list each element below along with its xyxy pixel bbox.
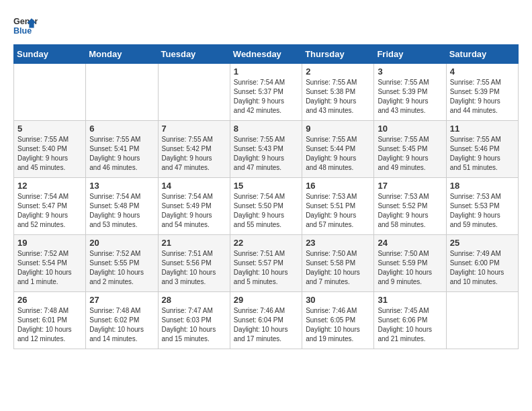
calendar-cell: 3Sunrise: 7:55 AM Sunset: 5:39 PM Daylig… (374, 64, 446, 121)
page-header: General Blue (13, 13, 519, 38)
day-info: Sunrise: 7:55 AM Sunset: 5:41 PM Dayligh… (89, 135, 154, 173)
day-info: Sunrise: 7:55 AM Sunset: 5:42 PM Dayligh… (162, 135, 226, 173)
calendar-cell: 2Sunrise: 7:55 AM Sunset: 5:38 PM Daylig… (302, 64, 374, 121)
day-number: 16 (306, 181, 370, 191)
day-info: Sunrise: 7:45 AM Sunset: 6:06 PM Dayligh… (378, 306, 442, 344)
calendar-cell: 15Sunrise: 7:54 AM Sunset: 5:50 PM Dayli… (230, 178, 302, 235)
weekday-header-monday: Monday (86, 45, 158, 64)
calendar-cell: 18Sunrise: 7:53 AM Sunset: 5:53 PM Dayli… (446, 178, 518, 235)
day-number: 30 (306, 295, 370, 305)
day-info: Sunrise: 7:55 AM Sunset: 5:38 PM Dayligh… (306, 78, 370, 116)
day-number: 15 (234, 181, 298, 191)
day-number: 20 (89, 238, 154, 248)
calendar-cell: 11Sunrise: 7:55 AM Sunset: 5:46 PM Dayli… (446, 121, 518, 178)
calendar-cell: 22Sunrise: 7:51 AM Sunset: 5:57 PM Dayli… (230, 235, 302, 292)
day-number: 1 (234, 66, 298, 77)
day-info: Sunrise: 7:52 AM Sunset: 5:54 PM Dayligh… (17, 249, 82, 287)
weekday-header-tuesday: Tuesday (158, 45, 230, 64)
day-info: Sunrise: 7:48 AM Sunset: 6:01 PM Dayligh… (17, 306, 82, 344)
day-number: 8 (234, 124, 298, 134)
day-number: 12 (17, 181, 82, 191)
calendar-cell: 13Sunrise: 7:54 AM Sunset: 5:48 PM Dayli… (86, 178, 158, 235)
day-number: 4 (450, 66, 515, 77)
day-number: 14 (162, 181, 226, 191)
calendar-cell: 28Sunrise: 7:47 AM Sunset: 6:03 PM Dayli… (158, 292, 230, 349)
calendar-cell: 14Sunrise: 7:54 AM Sunset: 5:49 PM Dayli… (158, 178, 230, 235)
day-info: Sunrise: 7:54 AM Sunset: 5:47 PM Dayligh… (17, 192, 82, 230)
calendar-table: SundayMondayTuesdayWednesdayThursdayFrid… (13, 44, 519, 349)
day-info: Sunrise: 7:46 AM Sunset: 6:04 PM Dayligh… (234, 306, 298, 344)
calendar-cell: 16Sunrise: 7:53 AM Sunset: 5:51 PM Dayli… (302, 178, 374, 235)
calendar-cell (446, 292, 518, 349)
day-info: Sunrise: 7:54 AM Sunset: 5:50 PM Dayligh… (234, 192, 298, 230)
calendar-cell: 17Sunrise: 7:53 AM Sunset: 5:52 PM Dayli… (374, 178, 446, 235)
calendar-cell: 29Sunrise: 7:46 AM Sunset: 6:04 PM Dayli… (230, 292, 302, 349)
calendar-cell (158, 64, 230, 121)
day-info: Sunrise: 7:55 AM Sunset: 5:46 PM Dayligh… (450, 135, 515, 173)
calendar-week-1: 1Sunrise: 7:54 AM Sunset: 5:37 PM Daylig… (14, 64, 519, 121)
day-info: Sunrise: 7:54 AM Sunset: 5:37 PM Dayligh… (234, 78, 298, 116)
weekday-header-sunday: Sunday (14, 45, 86, 64)
calendar-cell: 10Sunrise: 7:55 AM Sunset: 5:45 PM Dayli… (374, 121, 446, 178)
weekday-header-friday: Friday (374, 45, 446, 64)
calendar-cell: 1Sunrise: 7:54 AM Sunset: 5:37 PM Daylig… (230, 64, 302, 121)
day-info: Sunrise: 7:55 AM Sunset: 5:40 PM Dayligh… (17, 135, 82, 173)
day-info: Sunrise: 7:55 AM Sunset: 5:39 PM Dayligh… (378, 78, 442, 116)
calendar-cell: 30Sunrise: 7:46 AM Sunset: 6:05 PM Dayli… (302, 292, 374, 349)
day-info: Sunrise: 7:53 AM Sunset: 5:52 PM Dayligh… (378, 192, 442, 230)
calendar-cell: 21Sunrise: 7:51 AM Sunset: 5:56 PM Dayli… (158, 235, 230, 292)
calendar-week-2: 5Sunrise: 7:55 AM Sunset: 5:40 PM Daylig… (14, 121, 519, 178)
day-info: Sunrise: 7:51 AM Sunset: 5:56 PM Dayligh… (162, 249, 226, 287)
calendar-week-5: 26Sunrise: 7:48 AM Sunset: 6:01 PM Dayli… (14, 292, 519, 349)
day-number: 26 (17, 295, 82, 305)
svg-text:Blue: Blue (13, 26, 32, 36)
day-number: 31 (378, 295, 442, 305)
day-number: 3 (378, 66, 442, 77)
calendar-cell: 23Sunrise: 7:50 AM Sunset: 5:58 PM Dayli… (302, 235, 374, 292)
calendar-header-row: SundayMondayTuesdayWednesdayThursdayFrid… (14, 45, 519, 64)
day-number: 24 (378, 238, 442, 248)
day-number: 9 (306, 124, 370, 134)
day-info: Sunrise: 7:55 AM Sunset: 5:39 PM Dayligh… (450, 78, 515, 116)
calendar-cell: 25Sunrise: 7:49 AM Sunset: 6:00 PM Dayli… (446, 235, 518, 292)
day-number: 22 (234, 238, 298, 248)
day-number: 5 (17, 124, 82, 134)
weekday-header-saturday: Saturday (446, 45, 518, 64)
day-number: 2 (306, 66, 370, 77)
day-number: 18 (450, 181, 515, 191)
day-info: Sunrise: 7:54 AM Sunset: 5:48 PM Dayligh… (89, 192, 154, 230)
day-number: 27 (89, 295, 154, 305)
day-info: Sunrise: 7:55 AM Sunset: 5:45 PM Dayligh… (378, 135, 442, 173)
calendar-cell: 19Sunrise: 7:52 AM Sunset: 5:54 PM Dayli… (14, 235, 86, 292)
calendar-cell: 26Sunrise: 7:48 AM Sunset: 6:01 PM Dayli… (14, 292, 86, 349)
day-number: 7 (162, 124, 226, 134)
day-info: Sunrise: 7:52 AM Sunset: 5:55 PM Dayligh… (89, 249, 154, 287)
calendar-cell: 27Sunrise: 7:48 AM Sunset: 6:02 PM Dayli… (86, 292, 158, 349)
day-number: 23 (306, 238, 370, 248)
logo-icon: General Blue (13, 13, 38, 38)
calendar-week-4: 19Sunrise: 7:52 AM Sunset: 5:54 PM Dayli… (14, 235, 519, 292)
day-info: Sunrise: 7:51 AM Sunset: 5:57 PM Dayligh… (234, 249, 298, 287)
day-info: Sunrise: 7:53 AM Sunset: 5:51 PM Dayligh… (306, 192, 370, 230)
day-number: 21 (162, 238, 226, 248)
day-info: Sunrise: 7:50 AM Sunset: 5:59 PM Dayligh… (378, 249, 442, 287)
day-number: 13 (89, 181, 154, 191)
day-info: Sunrise: 7:53 AM Sunset: 5:53 PM Dayligh… (450, 192, 515, 230)
calendar-cell (86, 64, 158, 121)
calendar-cell: 8Sunrise: 7:55 AM Sunset: 5:43 PM Daylig… (230, 121, 302, 178)
day-number: 25 (450, 238, 515, 248)
weekday-header-wednesday: Wednesday (230, 45, 302, 64)
day-info: Sunrise: 7:54 AM Sunset: 5:49 PM Dayligh… (162, 192, 226, 230)
calendar-cell: 4Sunrise: 7:55 AM Sunset: 5:39 PM Daylig… (446, 64, 518, 121)
calendar-cell: 20Sunrise: 7:52 AM Sunset: 5:55 PM Dayli… (86, 235, 158, 292)
day-number: 29 (234, 295, 298, 305)
day-number: 10 (378, 124, 442, 134)
logo: General Blue (13, 13, 38, 38)
day-info: Sunrise: 7:46 AM Sunset: 6:05 PM Dayligh… (306, 306, 370, 344)
day-number: 17 (378, 181, 442, 191)
calendar-cell: 12Sunrise: 7:54 AM Sunset: 5:47 PM Dayli… (14, 178, 86, 235)
day-info: Sunrise: 7:55 AM Sunset: 5:43 PM Dayligh… (234, 135, 298, 173)
day-number: 11 (450, 124, 515, 134)
day-number: 19 (17, 238, 82, 248)
weekday-header-thursday: Thursday (302, 45, 374, 64)
